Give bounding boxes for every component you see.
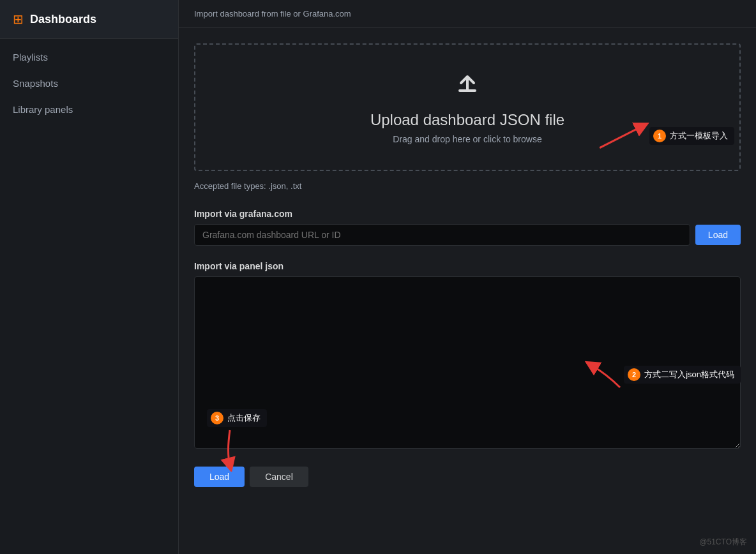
library-panels-label: Library panels <box>13 104 73 115</box>
accepted-file-types: Accepted file types: .json, .txt <box>194 181 741 191</box>
import-panel-json-title: Import via panel json <box>194 261 741 271</box>
main-content: Import dashboard from file or Grafana.co… <box>179 0 756 554</box>
sidebar: ⊞ Dashboards Playlists Snapshots Library… <box>0 0 179 554</box>
sidebar-header: ⊞ Dashboards <box>0 0 178 39</box>
import-panel-json-section: Import via panel json 2 方式二写入json格式代码 <box>194 261 741 451</box>
grafana-url-input[interactable] <box>194 224 690 246</box>
sidebar-nav: Playlists Snapshots Library panels <box>0 39 178 128</box>
import-grafana-row: Load <box>194 224 741 246</box>
cancel-button[interactable]: Cancel <box>250 467 308 487</box>
import-header: Import dashboard from file or Grafana.co… <box>179 0 756 28</box>
import-grafana-title: Import via grafana.com <box>194 209 741 219</box>
snapshots-label: Snapshots <box>13 78 58 89</box>
bottom-buttons: Load Cancel <box>194 467 741 487</box>
load-button[interactable]: Load <box>194 467 245 487</box>
sidebar-item-snapshots[interactable]: Snapshots <box>0 70 178 96</box>
upload-subtitle: Drag and drop here or click to browse <box>393 134 541 144</box>
grafana-load-button[interactable]: Load <box>695 225 741 245</box>
sidebar-item-playlists[interactable]: Playlists <box>0 44 178 70</box>
content-area: Upload dashboard JSON file Drag and drop… <box>179 28 756 502</box>
watermark: @51CTO博客 <box>699 537 747 548</box>
playlists-label: Playlists <box>13 52 48 63</box>
sidebar-item-library-panels[interactable]: Library panels <box>0 96 178 123</box>
panel-json-textarea[interactable] <box>194 276 741 449</box>
dashboards-icon: ⊞ <box>13 11 24 27</box>
upload-icon <box>452 70 483 103</box>
import-grafana-section: Import via grafana.com Load <box>194 209 741 246</box>
upload-zone[interactable]: Upload dashboard JSON file Drag and drop… <box>194 43 741 171</box>
sidebar-title: Dashboards <box>30 13 96 26</box>
upload-title: Upload dashboard JSON file <box>370 111 564 129</box>
bottom-section: Load Cancel 3 点击保存 <box>194 467 741 487</box>
